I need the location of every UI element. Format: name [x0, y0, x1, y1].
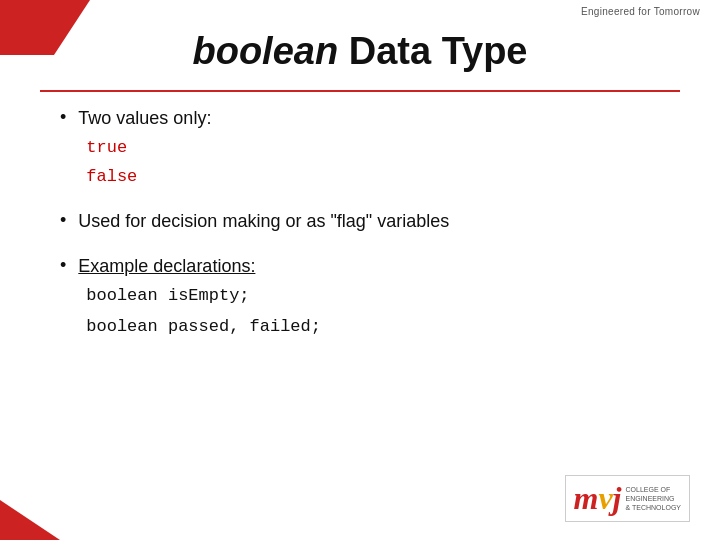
logo-v: v	[598, 480, 612, 516]
bullet-text-3: Example declarations: boolean isEmpty; b…	[78, 253, 321, 342]
bullet-dot-1: •	[60, 107, 66, 128]
slide-title: boolean Data Type	[0, 30, 720, 73]
title-rest: Data Type	[338, 30, 527, 72]
mvj-logo-area: mvj COLLEGE OF ENGINEERING & TECHNOLOGY	[565, 475, 690, 522]
mvj-letters: mvj	[574, 480, 622, 517]
slide-content: • Two values only: true false • Used for…	[60, 105, 660, 360]
example-link-text: Example declarations:	[78, 256, 255, 276]
bullet-item-3: • Example declarations: boolean isEmpty;…	[60, 253, 660, 342]
logo-college-text: COLLEGE OF ENGINEERING & TECHNOLOGY	[626, 485, 682, 512]
title-divider	[40, 90, 680, 92]
bullet-item-1: • Two values only: true false	[60, 105, 660, 190]
bullet-text-1: Two values only: true false	[78, 105, 211, 190]
bullet-text-2: Used for decision making or as "flag" va…	[78, 208, 449, 235]
code-true: true	[86, 134, 211, 161]
title-boolean-word: boolean	[192, 30, 338, 72]
code-false: false	[86, 163, 211, 190]
code-example-2: boolean passed, failed;	[86, 313, 321, 342]
code-example-1: boolean isEmpty;	[86, 282, 321, 311]
logo-m: m	[574, 480, 599, 516]
tagline-text: Engineered for Tomorrow	[581, 6, 700, 17]
mvj-logo-box: mvj COLLEGE OF ENGINEERING & TECHNOLOGY	[565, 475, 690, 522]
logo-j: j	[613, 480, 622, 516]
bullet-dot-3: •	[60, 255, 66, 276]
bullet-item-2: • Used for decision making or as "flag" …	[60, 208, 660, 235]
bullet-dot-2: •	[60, 210, 66, 231]
